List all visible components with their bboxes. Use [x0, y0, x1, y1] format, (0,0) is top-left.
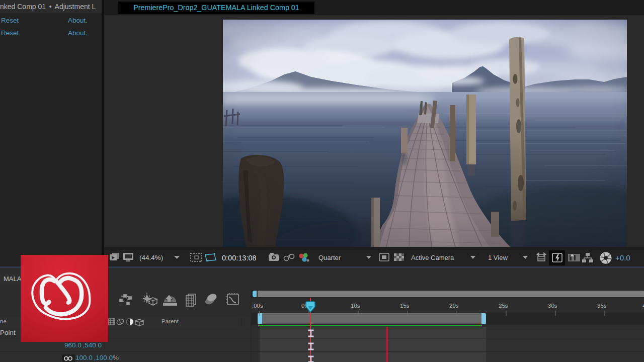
svg-text:25s: 25s — [499, 303, 508, 309]
svg-text:10s: 10s — [351, 303, 360, 309]
svg-text:Active Camera: Active Camera — [411, 254, 454, 261]
svg-text:15s: 15s — [400, 303, 410, 309]
svg-text:(44.4%): (44.4%) — [139, 254, 163, 261]
svg-text:Quarter: Quarter — [318, 254, 341, 261]
svg-text:0:00:13:08: 0:00:13:08 — [222, 254, 257, 262]
svg-text:30s: 30s — [548, 303, 557, 309]
svg-text::00s: :00s — [252, 303, 263, 309]
svg-text:20s: 20s — [449, 303, 459, 309]
svg-text:+0.0: +0.0 — [615, 253, 630, 262]
svg-text:35s: 35s — [597, 303, 607, 309]
svg-text:1 View: 1 View — [488, 254, 508, 261]
